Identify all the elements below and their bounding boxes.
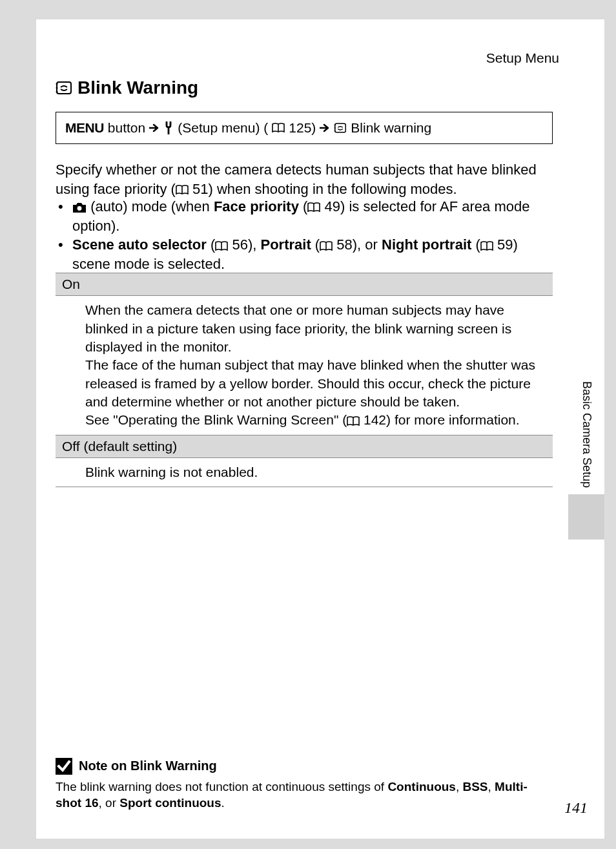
manual-page: Setup Menu Blink Warning MENU button (Se…	[36, 19, 604, 839]
note-bold: Sport continuous	[119, 796, 221, 810]
checkmark-box-icon	[56, 758, 72, 775]
note-text: ,	[456, 780, 463, 793]
side-tab: Basic Camera Setup	[568, 381, 604, 540]
svg-point-5	[334, 124, 336, 125]
nav-text: (Setup menu) (	[178, 120, 268, 136]
bullet-bold: Night portrait	[382, 236, 471, 253]
nav-text: button	[108, 120, 145, 136]
bullet-text: 58), or	[336, 236, 382, 253]
book-reference-icon	[176, 185, 189, 195]
svg-point-7	[334, 130, 336, 131]
book-reference-icon	[272, 123, 285, 133]
bullet-text: (auto) mode (when	[90, 198, 214, 215]
svg-point-2	[56, 87, 58, 89]
svg-rect-4	[335, 123, 346, 132]
note-box: Note on Blink Warning The blink warning …	[56, 758, 553, 812]
option-text-span: See "Operating the Blink Warning Screen"…	[85, 412, 347, 427]
intro-paragraph: Specify whether or not the camera detect…	[56, 160, 553, 198]
note-text: ,	[488, 780, 495, 793]
menu-button-label: MENU	[65, 120, 104, 136]
book-reference-icon	[320, 241, 333, 251]
svg-point-8	[77, 206, 82, 211]
nav-text: Blink warning	[351, 120, 431, 136]
book-reference-icon	[480, 241, 493, 251]
note-bold: Continuous	[387, 780, 456, 793]
option-on-header: On	[56, 273, 553, 296]
bullet-bold: Scene auto selector	[72, 236, 207, 253]
note-bold: BSS	[462, 780, 488, 793]
list-item: Scene auto selector ( 56), Portrait ( 58…	[56, 235, 553, 273]
book-reference-icon	[307, 202, 320, 213]
bullet-text: (	[311, 236, 320, 253]
arrow-right-icon	[149, 123, 159, 132]
arrow-right-icon	[320, 123, 330, 132]
intro-text: 51) when shooting in the following modes…	[192, 181, 457, 197]
nav-text: 125)	[289, 120, 316, 136]
svg-point-1	[56, 83, 58, 85]
note-text: .	[221, 796, 225, 810]
option-text: See "Operating the Blink Warning Screen"…	[85, 411, 546, 429]
svg-point-6	[334, 127, 336, 129]
bullet-text: (	[471, 236, 480, 253]
book-reference-icon	[347, 416, 360, 426]
bullet-text: 56),	[232, 236, 260, 253]
page-number: 141	[564, 799, 588, 817]
bullet-bold: Face priority	[214, 198, 299, 215]
list-item: (auto) mode (when Face priority ( 49) is…	[56, 197, 553, 235]
svg-point-3	[56, 91, 58, 93]
navigation-path-box: MENU button (Setup menu) ( 125) Blink wa…	[56, 112, 553, 144]
note-title-text: Note on Blink Warning	[79, 759, 217, 773]
option-text-span: 142) for more information.	[364, 412, 520, 427]
wrench-icon	[163, 121, 174, 134]
note-text: The blink warning does not function at c…	[56, 780, 387, 793]
option-on-body: When the camera detects that one or more…	[56, 296, 553, 434]
bullet-text: (	[207, 236, 215, 253]
page-heading: Blink Warning	[56, 78, 198, 98]
blink-warning-icon	[334, 122, 347, 134]
svg-rect-0	[57, 82, 71, 94]
note-text: , or	[99, 796, 120, 810]
option-text: When the camera detects that one or more…	[85, 301, 546, 356]
bullet-list: (auto) mode (when Face priority ( 49) is…	[56, 197, 553, 274]
blink-warning-icon	[56, 80, 72, 96]
book-reference-icon	[215, 241, 228, 251]
side-marker	[568, 494, 604, 540]
section-label: Setup Menu	[486, 50, 559, 66]
bullet-text: (	[299, 198, 307, 215]
option-text: The face of the human subject that may h…	[85, 356, 546, 411]
camera-auto-icon	[72, 202, 87, 213]
side-section-label: Basic Camera Setup	[580, 381, 593, 494]
option-off-body: Blink warning is not enabled.	[56, 458, 553, 487]
note-body: The blink warning does not function at c…	[56, 779, 553, 812]
note-title: Note on Blink Warning	[56, 758, 553, 775]
option-off-header: Off (default setting)	[56, 435, 553, 458]
bullet-bold: Portrait	[260, 236, 311, 253]
options-table: On When the camera detects that one or m…	[56, 273, 553, 487]
heading-text: Blink Warning	[77, 78, 198, 98]
